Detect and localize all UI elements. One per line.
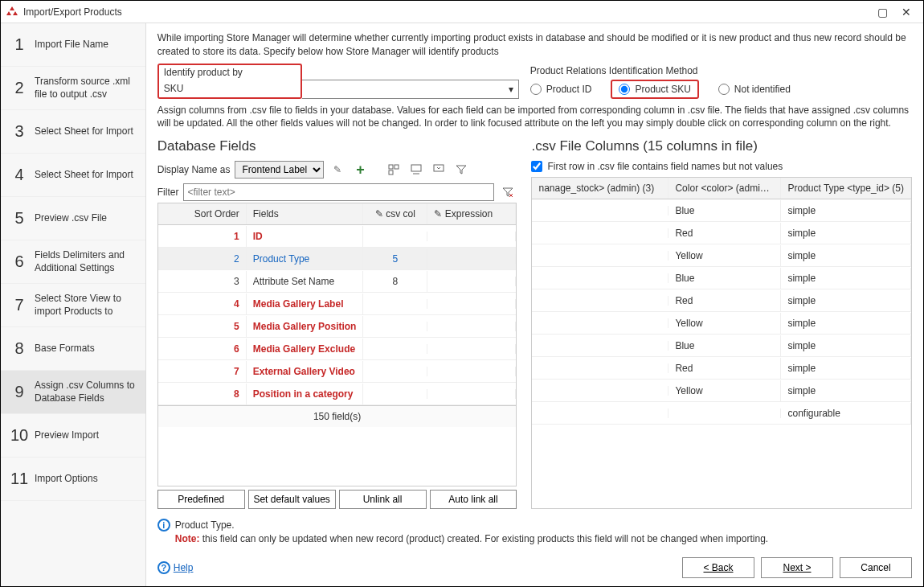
db-panel-title: Database Fields [157,138,517,154]
app-icon [6,6,18,18]
wizard-steps-sidebar: 1Import File Name2Transform source .xml … [1,23,146,586]
filter-input[interactable] [183,183,494,201]
col-product-type[interactable]: Product Type <type_id> (5) [781,178,911,199]
close-button[interactable]: ✕ [894,6,918,18]
wizard-step-1[interactable]: 1Import File Name [1,23,145,67]
tool-icon-1[interactable] [385,161,403,179]
wizard-step-3[interactable]: 3Select Sheet for Import [1,110,145,154]
database-fields-panel: Database Fields Display Name as Frontend… [157,138,517,509]
db-field-row[interactable]: 5Media Gallery Position [158,315,517,338]
tool-icon-3[interactable] [430,161,448,179]
back-button[interactable]: < Back [682,557,754,578]
add-icon[interactable]: + [351,161,369,179]
intro-text: While importing Store Manager will deter… [157,31,912,59]
wizard-step-9[interactable]: 9Assign .csv Columns to Database Fields [1,371,145,414]
help-link[interactable]: ? Help [157,561,194,574]
dropdown-icon: ▾ [509,84,513,95]
db-fields-grid[interactable]: Sort Order Fields ✎ csv col ✎ Expression… [157,203,517,486]
csv-row[interactable]: Yellowsimple [532,312,911,335]
csv-columns-panel: .csv File Columns (15 columns in file) F… [531,138,912,509]
csv-row[interactable]: configurable [532,402,911,425]
csv-row[interactable]: Yellowsimple [532,380,911,402]
relations-label: Product Relations Identification Method [530,64,912,78]
csv-row[interactable]: Redsimple [532,357,911,380]
identify-label: Identify product by [157,64,302,80]
main-panel: While importing Store Manager will deter… [146,23,923,586]
svg-rect-0 [389,165,393,169]
wizard-step-2[interactable]: 2Transform source .xml file to output .c… [1,67,145,110]
maximize-button[interactable]: ▢ [870,6,894,18]
next-button[interactable]: Next > [761,557,833,578]
csv-row[interactable]: Redsimple [532,222,911,244]
radio-not-identified[interactable]: Not identified [718,84,791,95]
csv-row[interactable]: Bluesimple [532,335,911,357]
identify-product-block: Identify product by SKU ▾ [157,64,519,99]
svg-rect-1 [395,165,399,169]
first-row-checkbox[interactable]: First row in .csv file contains field na… [531,161,912,172]
col-expression[interactable]: ✎ Expression [427,203,516,224]
predefined-button[interactable]: Predefined [157,490,245,509]
db-grid-footer: 150 field(s) [158,405,517,427]
csv-panel-title: .csv File Columns (15 columns in file) [531,138,912,154]
db-field-row[interactable]: 3Attribute Set Name8 [158,270,517,293]
radio-product-sku[interactable]: Product SKU [611,80,698,99]
csv-row[interactable]: Bluesimple [532,267,911,289]
unlink-all-button[interactable]: Unlink all [339,490,427,509]
display-name-label: Display Name as [157,164,231,175]
wizard-step-5[interactable]: 5Preview .csv File [1,197,145,240]
csv-row[interactable]: Redsimple [532,289,911,312]
set-defaults-button[interactable]: Set default values [248,490,336,509]
col-color[interactable]: Color <color> (admin) (4) [668,178,781,199]
svg-rect-3 [411,165,421,171]
assign-help-text: Assign columns from .csv file to fields … [157,104,912,131]
autolink-all-button[interactable]: Auto link all [430,490,517,509]
window-title: Import/Export Products [23,6,870,18]
svg-rect-4 [434,165,444,171]
radio-product-id[interactable]: Product ID [530,84,592,95]
db-field-row[interactable]: 7External Gallery Video [158,360,517,383]
note-title: Product Type. [175,519,235,531]
svg-rect-2 [389,170,393,174]
filter-icon[interactable] [452,161,470,179]
help-icon: ? [157,561,170,574]
wizard-step-7[interactable]: 7Select Store View to import Products to [1,284,145,327]
display-name-select[interactable]: Frontend Label [235,161,324,179]
csv-grid[interactable]: nanage_stock> (admin) (3) Color <color> … [531,177,912,509]
col-fields[interactable]: Fields [247,203,364,224]
csv-row[interactable]: Bluesimple [532,199,911,222]
note-area: i Product Type. Note: this field can onl… [157,519,912,546]
wizard-step-4[interactable]: 4Select Sheet for Import [1,154,145,197]
cancel-button[interactable]: Cancel [840,557,912,578]
filter-label: Filter [157,187,179,198]
note-text: this field can only be updated when new … [199,533,768,544]
wizard-step-6[interactable]: 6Fields Delimiters and Additional Settin… [1,240,145,284]
note-prefix: Note: [175,533,200,544]
identify-select[interactable]: SKU ▾ [157,80,519,99]
clear-filter-icon[interactable] [499,183,517,201]
wizard-step-10[interactable]: 10Preview Import [1,414,145,458]
csv-row[interactable]: Yellowsimple [532,244,911,267]
tool-icon-2[interactable] [407,161,425,179]
wizard-step-11[interactable]: 11Import Options [1,458,145,501]
edit-icon[interactable]: ✎ [329,161,346,179]
db-field-row[interactable]: 6Media Gallery Exclude [158,338,517,360]
col-manage-stock[interactable]: nanage_stock> (admin) (3) [532,178,668,199]
db-field-row[interactable]: 4Media Gallery Label [158,293,517,315]
relations-block: Product Relations Identification Method … [530,64,912,99]
db-field-row[interactable]: 2Product Type5 [158,248,517,270]
wizard-step-8[interactable]: 8Base Formats [1,327,145,371]
titlebar: Import/Export Products ▢ ✕ [1,1,923,23]
info-icon: i [157,519,170,532]
col-sort-order[interactable]: Sort Order [158,203,247,224]
db-field-row[interactable]: 1ID [158,225,517,248]
db-field-row[interactable]: 8Position in a category [158,383,517,405]
col-csv[interactable]: ✎ csv col [363,203,427,224]
